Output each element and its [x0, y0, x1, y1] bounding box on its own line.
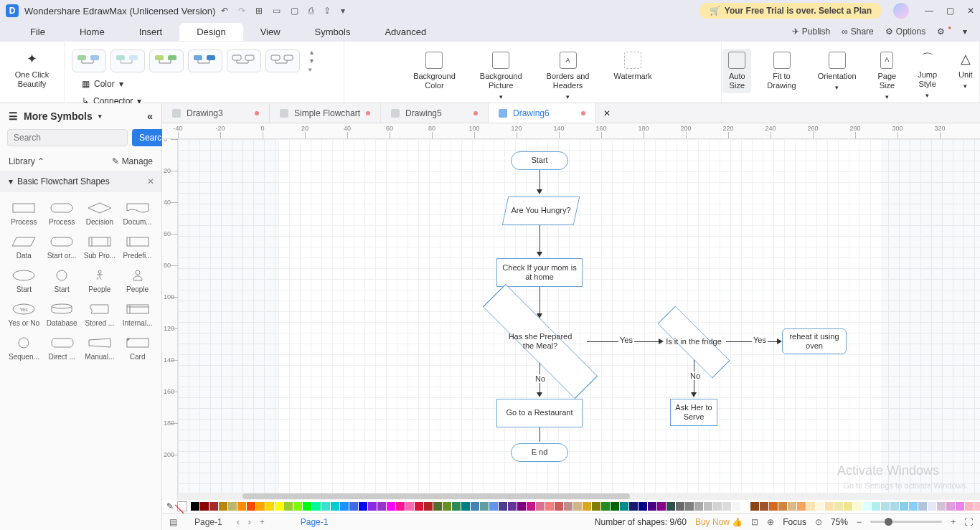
collapse-panel-icon[interactable]: « [147, 110, 153, 122]
redo-icon[interactable]: ↷ [238, 6, 245, 16]
color-swatch[interactable] [666, 502, 675, 511]
shape-item[interactable]: Start or... [44, 232, 80, 262]
node-prepared[interactable]: Has she Prepared the Meal? [494, 320, 587, 363]
color-swatch[interactable] [788, 502, 796, 511]
tab-simple-flowchart[interactable]: Simple Flowchart [270, 103, 381, 123]
color-swatch[interactable] [237, 502, 246, 511]
color-swatch[interactable] [657, 502, 666, 511]
color-swatch[interactable] [713, 502, 722, 511]
page-add-icon[interactable]: + [255, 517, 269, 527]
color-swatch[interactable] [349, 502, 358, 511]
color-swatch[interactable] [639, 502, 647, 511]
color-swatch[interactable] [844, 502, 852, 511]
close-icon[interactable]: ✕ [967, 6, 974, 16]
color-swatch[interactable] [209, 502, 218, 511]
menu-view[interactable]: View [243, 23, 298, 41]
zoom-out-icon[interactable]: − [857, 517, 862, 527]
page-size-button[interactable]: APage Size▾ [872, 49, 903, 104]
color-swatch[interactable] [321, 502, 330, 511]
color-swatch[interactable] [974, 502, 980, 511]
undo-icon[interactable]: ↶ [221, 6, 228, 16]
color-swatch[interactable] [256, 502, 265, 511]
node-check-mom[interactable]: Check If your mom is at home [496, 258, 583, 287]
publish-button[interactable]: ✈ Publish [792, 27, 830, 37]
minimize-icon[interactable]: — [925, 6, 933, 16]
color-swatch[interactable] [489, 502, 498, 511]
menu-home[interactable]: Home [62, 23, 122, 41]
color-swatch[interactable] [853, 502, 862, 511]
node-start[interactable]: Start [511, 151, 568, 170]
color-swatch[interactable] [909, 502, 918, 511]
theme-2[interactable] [110, 49, 145, 72]
shape-item[interactable]: Data [6, 232, 42, 262]
color-swatch[interactable] [461, 502, 470, 511]
borders-headers-button[interactable]: ABorders and Headers▾ [541, 49, 595, 104]
color-swatch[interactable] [340, 502, 349, 511]
trial-banner[interactable]: 🛒 Your Free Trial is over. Select a Plan [699, 3, 882, 19]
shape-item[interactable]: Database [44, 299, 80, 330]
color-swatch[interactable] [191, 502, 199, 511]
color-swatch[interactable] [760, 502, 768, 511]
section-close-icon[interactable]: ✕ [147, 176, 154, 186]
node-hungry[interactable]: Are You Hungry? [505, 197, 577, 225]
page-next-icon[interactable]: › [244, 517, 255, 527]
options-button[interactable]: ⚙ Options [885, 27, 925, 37]
color-swatch[interactable] [592, 502, 600, 511]
theme-5[interactable] [227, 49, 261, 72]
color-swatch[interactable] [275, 502, 283, 511]
tab-drawing3[interactable]: Drawing3 [162, 103, 270, 123]
background-color-button[interactable]: Background Color [407, 49, 461, 93]
color-swatch[interactable] [452, 502, 461, 511]
color-swatch[interactable] [881, 502, 890, 511]
focus-button[interactable]: Focus [783, 517, 806, 527]
unknown-status-icon[interactable]: ⊡ [751, 517, 758, 527]
color-swatch[interactable] [415, 502, 423, 511]
color-swatch[interactable] [573, 502, 582, 511]
color-swatch[interactable] [293, 502, 302, 511]
color-swatch[interactable] [517, 502, 526, 511]
user-avatar[interactable] [893, 3, 909, 19]
color-swatch[interactable] [499, 502, 507, 511]
background-picture-button[interactable]: Background Picture▾ [474, 49, 528, 104]
shape-item[interactable]: Start [6, 265, 42, 296]
new-icon[interactable]: ⊞ [255, 6, 263, 16]
zoom-slider[interactable] [870, 521, 942, 523]
color-swatch[interactable] [676, 502, 684, 511]
color-swatch[interactable] [396, 502, 405, 511]
more-symbols-button[interactable]: ☰ More Symbols▾ « [0, 103, 161, 129]
fit-page-icon[interactable]: ⛶ [964, 517, 973, 527]
menu-design[interactable]: Design [179, 23, 242, 41]
color-swatch[interactable] [611, 502, 619, 511]
auto-size-button[interactable]: Auto Size [722, 49, 751, 93]
shape-item[interactable]: Docum... [119, 198, 156, 229]
color-swatch[interactable] [834, 502, 843, 511]
zoom-in-icon[interactable]: + [951, 517, 956, 527]
color-swatch[interactable] [722, 502, 731, 511]
no-color-swatch[interactable] [177, 501, 187, 511]
color-swatch[interactable] [816, 502, 824, 511]
menu-advanced[interactable]: Advanced [367, 23, 443, 41]
color-swatch[interactable] [536, 502, 545, 511]
color-swatch[interactable] [732, 502, 740, 511]
tab-drawing6[interactable]: Drawing6 [489, 103, 596, 123]
canvas[interactable]: Start Are You Hungry? Check If your mom … [178, 139, 980, 500]
color-swatch[interactable] [303, 502, 311, 511]
one-click-beautify-button[interactable]: ✦ One Click Beautify [9, 49, 55, 92]
export-icon[interactable]: ⇪ [324, 6, 331, 16]
theme-4[interactable] [188, 49, 222, 72]
color-swatch[interactable] [629, 502, 638, 511]
more-quick-icon[interactable]: ▾ [341, 6, 345, 16]
color-option[interactable]: ▦Color ▾ [79, 77, 144, 90]
theme-3[interactable] [149, 49, 184, 72]
shape-item[interactable]: Card [119, 333, 156, 364]
color-swatch[interactable] [946, 502, 955, 511]
unit-button[interactable]: △Unit▾ [953, 49, 979, 93]
node-restaurant[interactable]: Go to a Restaurant [496, 399, 583, 427]
color-swatch[interactable] [872, 502, 880, 511]
fit-drawing-button[interactable]: Fit to Drawing [761, 49, 801, 93]
color-swatch[interactable] [956, 502, 964, 511]
color-swatch[interactable] [806, 502, 815, 511]
color-swatch[interactable] [265, 502, 274, 511]
shape-item[interactable]: Decision [82, 198, 118, 229]
jump-style-button[interactable]: ⌒Jump Style▾ [912, 49, 943, 103]
